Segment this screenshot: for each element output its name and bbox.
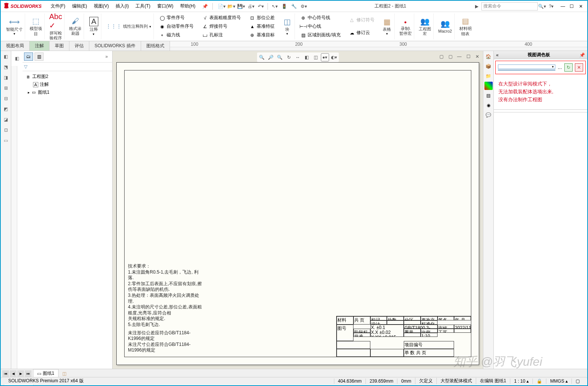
print-icon[interactable]: 🖨▾ — [247, 2, 256, 10]
help-icon[interactable]: ?▾ — [547, 2, 556, 10]
traffic-light-icon[interactable]: 🚦 — [280, 2, 289, 10]
search-input[interactable]: 搜索命令 — [481, 2, 538, 10]
search-go-icon[interactable]: 🔍▾ — [538, 2, 547, 10]
spell-check-button[interactable]: Abc✓ 拼写检 验程序 — [47, 13, 65, 39]
sheet-next-icon[interactable]: ▶ — [17, 370, 24, 377]
datum-target-button[interactable]: ⊕基准目标 — [248, 31, 276, 39]
fm-expand-icon[interactable]: » — [102, 52, 111, 61]
menu-insert[interactable]: 插入(I) — [113, 1, 132, 11]
tp-config-combo[interactable] — [498, 70, 555, 70]
smart-dimension-button[interactable]: ⟷ 智能尺寸 ▾ — [4, 13, 25, 39]
tab-sketch[interactable]: 草图 — [50, 41, 69, 51]
view-cube-icon[interactable]: ▢ — [437, 52, 445, 61]
sb-lock-icon[interactable]: 🔒 — [532, 379, 546, 384]
menu-edit[interactable]: 编辑(E) — [69, 1, 90, 11]
geo-tolerance-button[interactable]: ⊡形位公差 — [248, 14, 276, 22]
menu-view[interactable]: 视图(V) — [91, 1, 112, 11]
lt-icon-4[interactable]: ⊞ — [2, 84, 10, 92]
rs-box-icon[interactable]: 📦 — [484, 62, 493, 70]
lt-icon-3[interactable]: ◨ — [2, 73, 10, 82]
tree-annotations[interactable]: A 注解 — [26, 81, 109, 88]
tp-model-combo[interactable]: ▾ — [498, 64, 555, 69]
note-button[interactable]: A 注释 ▾ — [86, 13, 101, 39]
sheet-tab-1[interactable]: ▭ 图纸1 — [33, 369, 59, 378]
sb-extra-icon[interactable]: ▢ — [571, 379, 583, 384]
rebuild-icon[interactable]: 🔧 — [290, 2, 299, 10]
maximize-icon[interactable]: ☐ — [568, 3, 576, 10]
pin-icon[interactable]: 📌 — [199, 2, 211, 10]
rs-folder-icon[interactable]: 📁 — [484, 72, 493, 80]
rs-views-icon[interactable]: ▤ — [484, 91, 493, 100]
minimize-icon[interactable]: — — [559, 3, 567, 10]
format-painter-button[interactable]: 🖌 格式涂 刷器 — [67, 13, 84, 39]
bom-button[interactable]: ▤ 材料明 细表 — [457, 13, 474, 39]
add-sheet-icon[interactable]: ◫ — [60, 371, 69, 376]
lt-icon-6[interactable]: ◩ — [2, 105, 10, 113]
sb-units[interactable]: MMGS ▴ — [546, 379, 571, 384]
section-icon[interactable]: ◧ — [303, 53, 311, 61]
undo-icon[interactable]: ↶▾ — [256, 2, 265, 10]
surface-finish-button[interactable]: √表面粗糙度符号 — [200, 14, 242, 22]
menu-tools[interactable]: 工具(T) — [132, 1, 153, 11]
view-min-icon[interactable]: — — [455, 52, 463, 61]
auto-balloon-button[interactable]: ◉自动零件序号 — [158, 22, 195, 30]
tab-addins[interactable]: SOLIDWORKS 插件 — [89, 41, 141, 51]
view-next-icon[interactable]: ▢ — [446, 52, 454, 61]
block-button[interactable]: ◫ 块 ▾ — [280, 13, 295, 39]
tab-view-layout[interactable]: 视图布局 — [1, 41, 30, 51]
rs-palette-icon[interactable] — [484, 82, 493, 90]
lt-icon-1[interactable]: ◧ — [2, 52, 10, 61]
sheet-first-icon[interactable]: ⏮ — [2, 370, 9, 377]
tab-annotation[interactable]: 注解 — [30, 41, 50, 51]
lt-icon-2[interactable]: ⬔ — [2, 63, 10, 71]
magnetic-line-button[interactable]: ⚬磁力线 — [158, 31, 195, 39]
search-cmd-icon[interactable]: ▶ — [472, 2, 481, 10]
pan-icon[interactable]: ↔ — [294, 53, 302, 61]
tables-button[interactable]: ▦ 表格 ▾ — [380, 13, 395, 39]
menu-window[interactable]: 窗口(W) — [154, 1, 176, 11]
select-icon[interactable]: ↖▾ — [270, 2, 279, 10]
rs-forum-icon[interactable]: 💬 — [484, 111, 493, 119]
rev-cloud-button[interactable]: ☁修订云 — [347, 29, 376, 37]
area-hatch-button[interactable]: ▨区域剖面线/填充 — [299, 31, 342, 39]
tp-collapse-icon[interactable]: « — [496, 52, 499, 58]
center-mark-button[interactable]: ⊕中心符号线 — [299, 14, 342, 22]
tree-sheet1[interactable]: ▸ ▭ 图纸1 — [26, 88, 109, 96]
open-icon[interactable]: 📂▾ — [227, 2, 236, 10]
tab-sheet-format[interactable]: 图纸格式 — [141, 41, 170, 51]
expand-tree-icon[interactable]: ◧ — [13, 54, 21, 63]
menu-help[interactable]: 帮助(H) — [177, 1, 199, 11]
fm-tab-config[interactable]: ▥ — [35, 52, 44, 61]
close-icon[interactable]: ✕ — [577, 3, 585, 10]
tp-browse-icon[interactable]: … — [558, 65, 562, 70]
sheet-prev-icon[interactable]: ◀ — [10, 370, 17, 377]
datum-feature-button[interactable]: ▲基准特征 — [248, 22, 276, 30]
centerline-button[interactable]: ⊢⊣中心线 — [299, 22, 342, 30]
save-icon[interactable]: 💾▾ — [237, 2, 246, 10]
zoom-area-icon[interactable]: 🔎 — [267, 53, 275, 61]
view-close-icon[interactable]: ✕ — [473, 52, 481, 61]
new-icon[interactable]: 📄▾ — [217, 2, 226, 10]
view-box-icon[interactable]: ◫ — [312, 53, 320, 61]
drawing-canvas[interactable]: 🔍 🔎 🔍 ↻ ↔ ◧ ◫ ●▾ ◐▾ ▢ ▢ — ☐ ✕ 技术要求： 1.未注… — [113, 51, 483, 369]
macro2-button[interactable]: 👥 Macro2 — [436, 13, 455, 39]
lt-icon-9[interactable]: ▭ — [2, 136, 10, 145]
appearance-icon[interactable]: ●▾ — [321, 53, 329, 61]
linear-pattern-button[interactable]: ⋮⋮⋮ 线性注释阵列 ▾ — [104, 13, 154, 39]
zoom-fit-icon[interactable]: 🔍 — [258, 53, 266, 61]
view-max-icon[interactable]: ☐ — [464, 52, 472, 61]
drawing-macro-button[interactable]: 👥 工程图 宏 — [417, 13, 434, 39]
tab-evaluate[interactable]: 评估 — [69, 41, 89, 51]
hide-show-icon[interactable]: ◐▾ — [330, 53, 338, 61]
tp-pin-icon[interactable]: 📌 — [579, 52, 585, 58]
balloon-button[interactable]: ◯零件序号 — [158, 14, 195, 22]
rotate-icon[interactable]: ↻ — [285, 53, 293, 61]
zoom-prev-icon[interactable]: 🔍 — [276, 53, 284, 61]
rs-appearance-icon[interactable]: ◉ — [484, 101, 493, 109]
fm-tab-tree[interactable]: 🗂 — [24, 52, 33, 61]
fm-filter[interactable]: ▽ — [23, 63, 112, 71]
weld-symbol-button[interactable]: ∠焊接符号 — [200, 22, 242, 30]
tree-expand-icon[interactable]: ▸ — [28, 90, 30, 94]
lt-icon-8[interactable]: ⊡ — [2, 126, 10, 134]
rs-home-icon[interactable]: 🏠 — [484, 52, 493, 61]
